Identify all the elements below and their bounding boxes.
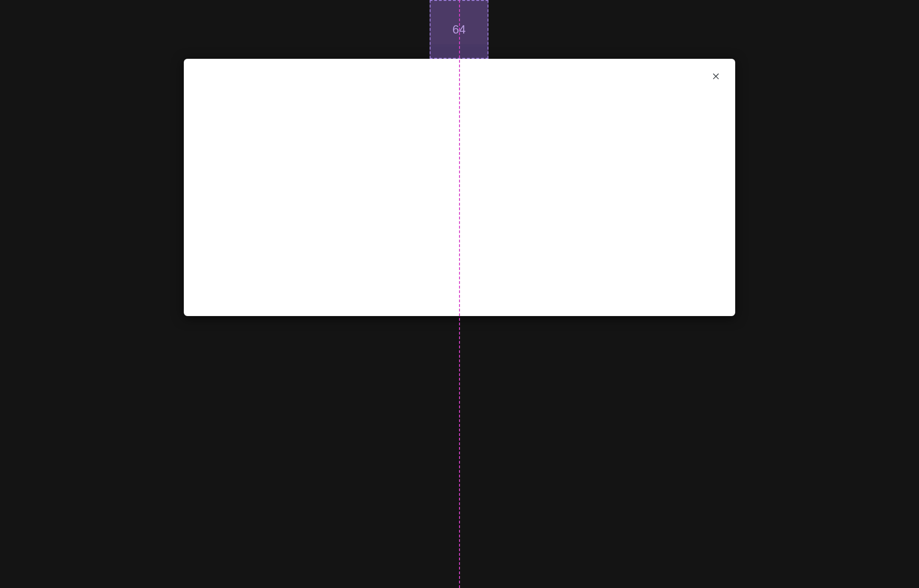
close-button[interactable]: [709, 69, 723, 84]
close-icon: [711, 71, 720, 82]
vertical-center-guide: [459, 0, 460, 588]
